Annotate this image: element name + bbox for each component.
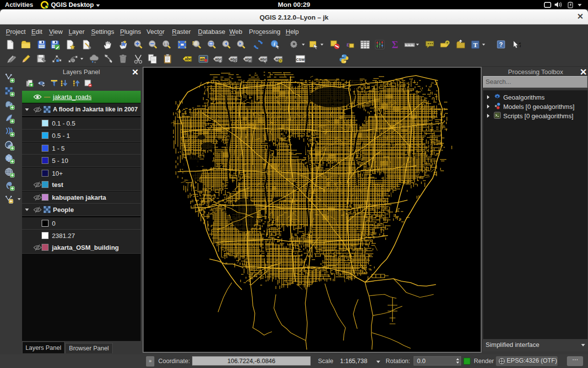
svg-text:abc: abc [260,57,267,61]
svg-text:?: ? [518,41,521,49]
svg-text:ab: ab [200,57,205,61]
svg-text:?: ? [499,41,503,48]
svg-text:CSW: CSW [296,57,305,62]
svg-text:abc: abc [185,56,192,61]
svg-text:1:1: 1:1 [164,42,168,46]
svg-text:T: T [473,41,478,49]
svg-text:Σ: Σ [392,39,398,50]
